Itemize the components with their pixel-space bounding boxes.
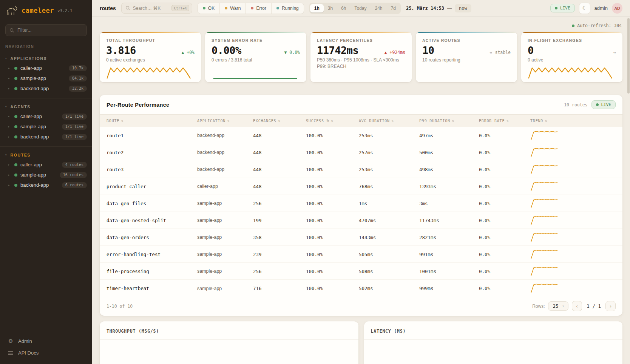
trend-sparkline (530, 180, 616, 193)
table-row-product-caller[interactable]: product-callercaller-app448100.0%768ms13… (100, 178, 622, 195)
theme-toggle-button[interactable]: ☾ (579, 3, 590, 14)
table-row-timer-heartbeat[interactable]: timer-heartbeatsample-app716100.0%502ms9… (100, 280, 622, 297)
cell-application: sample-app (197, 218, 253, 223)
table-row-route1[interactable]: route1backend-app448100.0%253ms497ms0.0% (100, 127, 622, 144)
scrollbar-thumb[interactable] (627, 18, 630, 94)
time-range-selector: 1h3h6hToday24h7d (309, 3, 401, 14)
column-header-exchanges[interactable]: EXCHANGES⇅ (253, 119, 306, 123)
column-header-success[interactable]: SUCCESS %⇅ (306, 119, 359, 123)
cell-exchanges: 199 (253, 218, 306, 223)
range-1h[interactable]: 1h (310, 4, 324, 12)
sidebar-item-agents-backend-app[interactable]: ▸backend-app1/1 live (0, 132, 92, 142)
sidebar-item-agents-caller-app[interactable]: ▸caller-app1/1 live (0, 111, 92, 121)
range-24h[interactable]: 24h (371, 4, 387, 12)
rows-per-page-select[interactable]: 25 ▾ (548, 301, 568, 311)
sort-icon: ⇅ (278, 119, 280, 123)
logo: cameleer v3.2.1 (0, 0, 92, 20)
column-header-trend[interactable]: TREND⇅ (530, 119, 616, 123)
cell-application: backend-app (197, 167, 253, 172)
date-range: 25. März 14:53 — now (406, 4, 471, 12)
next-page-button[interactable]: › (605, 301, 616, 311)
column-header-label: AVG DURATION (359, 119, 390, 123)
range-3h[interactable]: 3h (324, 4, 337, 12)
sidebar-item-applications-sample-app[interactable]: ▸sample-app84.1k (0, 73, 92, 83)
table-row-error-handling-test[interactable]: error-handling-testsample-app239100.0%50… (100, 246, 622, 263)
status-dot (276, 7, 279, 9)
filter-chip-ok[interactable]: OK (198, 3, 220, 14)
trend-sparkline (530, 214, 616, 227)
kpi-subtext-2: P99: BREACH (317, 64, 405, 69)
table-row-file-processing[interactable]: file-processingsample-app256100.0%508ms1… (100, 263, 622, 280)
cell-error-rate: 0.0% (479, 133, 530, 138)
sidebar-item-applications-backend-app[interactable]: ▸backend-app32.2k (0, 83, 92, 94)
cell-success: 100.0% (306, 150, 359, 155)
sidebar-group-label: APPLICATIONS (11, 56, 47, 61)
column-header-p99-duration[interactable]: P99 DURATION⇅ (419, 119, 479, 123)
table-row-route3[interactable]: route3backend-app448100.0%253ms498ms0.0% (100, 161, 622, 178)
chevron-right-icon: ▸ (8, 125, 11, 128)
sidebar-group-header-applications[interactable]: ▾APPLICATIONS (0, 54, 92, 63)
table-row-route2[interactable]: route2backend-app448100.0%257ms500ms0.0% (100, 144, 622, 161)
chevron-down-icon: ▾ (562, 304, 564, 308)
live-label: LIVE (601, 102, 611, 107)
trend-sparkline (530, 146, 616, 159)
table-row-data-gen-orders[interactable]: data-gen-orderssample-app358100.0%1443ms… (100, 229, 622, 246)
kpi-title: TOTAL THROUGHPUT (106, 38, 195, 43)
sidebar-item-agents-sample-app[interactable]: ▸sample-app1/1 live (0, 121, 92, 132)
sidebar-item-routes-backend-app[interactable]: ▸backend-app6 routes (0, 180, 92, 190)
cell-exchanges: 256 (253, 201, 306, 206)
sidebar-item-label: caller-app (20, 65, 66, 71)
cell-route: route1 (107, 133, 197, 138)
range-6h[interactable]: 6h (337, 4, 350, 12)
kpi-accent-bar (205, 32, 306, 33)
kpi-accent-bar (416, 32, 517, 33)
sidebar-item-admin[interactable]: ⚙ Admin (0, 335, 92, 347)
filter-chip-error[interactable]: Error (246, 3, 272, 14)
previous-page-button[interactable]: ‹ (572, 301, 582, 311)
sidebar-item-api-docs[interactable]: API Docs (0, 347, 92, 359)
cell-error-rate: 0.0% (479, 218, 530, 223)
chevron-down-icon: ▾ (5, 105, 7, 108)
search-icon (9, 28, 14, 33)
status-filter-group: OKWarnErrorRunning (198, 3, 304, 14)
kpi-value: 11742ms (317, 45, 358, 56)
table-row-data-gen-files[interactable]: data-gen-filessample-app256100.0%1ms3ms0… (100, 195, 622, 212)
sort-icon: ⇅ (392, 119, 394, 123)
filter-chip-warn[interactable]: Warn (220, 3, 246, 14)
column-header-route[interactable]: ROUTE⇅ (107, 119, 197, 123)
date-to-chip[interactable]: now (455, 4, 471, 12)
sidebar-item-routes-caller-app[interactable]: ▸caller-app4 routes (0, 160, 92, 170)
column-header-label: ROUTE (107, 119, 119, 123)
column-header-avg-duration[interactable]: AVG DURATION⇅ (359, 119, 419, 123)
avatar[interactable]: AD (612, 3, 622, 14)
status-dot (14, 135, 17, 138)
cell-avg-duration: 505ms (359, 252, 419, 257)
sidebar-item-label: sample-app (20, 75, 66, 81)
kpi-title: LATENCY PERCENTILES (317, 38, 405, 43)
item-count-badge: 84.1k (69, 75, 87, 81)
cell-error-rate: 0.0% (479, 286, 530, 291)
kpi-card-active-routes: ACTIVE ROUTES10⇔ stable10 routes reporti… (416, 32, 517, 82)
status-dot (225, 7, 227, 9)
column-header-error-rate[interactable]: ERROR RATE⇅ (479, 119, 530, 123)
sidebar-filter-input[interactable] (17, 28, 83, 33)
item-count-badge: 1/1 live (62, 114, 87, 120)
filter-chip-running[interactable]: Running (272, 3, 304, 14)
sidebar-item-applications-caller-app[interactable]: ▸caller-app10.7k (0, 63, 92, 73)
status-dot (14, 184, 17, 187)
bottom-charts-row: THROUGHPUT (MSG/S) LATENCY (MS) (100, 321, 622, 364)
column-header-application[interactable]: APPLICATION⇅ (197, 119, 253, 123)
range-today[interactable]: Today (350, 4, 371, 12)
panel-header: THROUGHPUT (MSG/S) (100, 321, 358, 339)
sidebar-group-header-agents[interactable]: ▾AGENTS (0, 102, 92, 111)
user-name: admin (594, 5, 608, 11)
range-7d[interactable]: 7d (387, 4, 400, 12)
auto-refresh-indicator: Auto-refresh: 30s (100, 17, 622, 32)
table-row-data-gen-nested-split[interactable]: data-gen-nested-splitsample-app199100.0%… (100, 212, 622, 229)
moon-icon: ☾ (582, 5, 587, 11)
cell-application: sample-app (197, 235, 253, 240)
search-input[interactable] (133, 6, 169, 11)
sidebar-group-header-routes[interactable]: ▾ROUTES (0, 151, 92, 160)
cell-avg-duration: 257ms (359, 150, 419, 155)
sidebar-item-routes-sample-app[interactable]: ▸sample-app16 routes (0, 170, 92, 180)
